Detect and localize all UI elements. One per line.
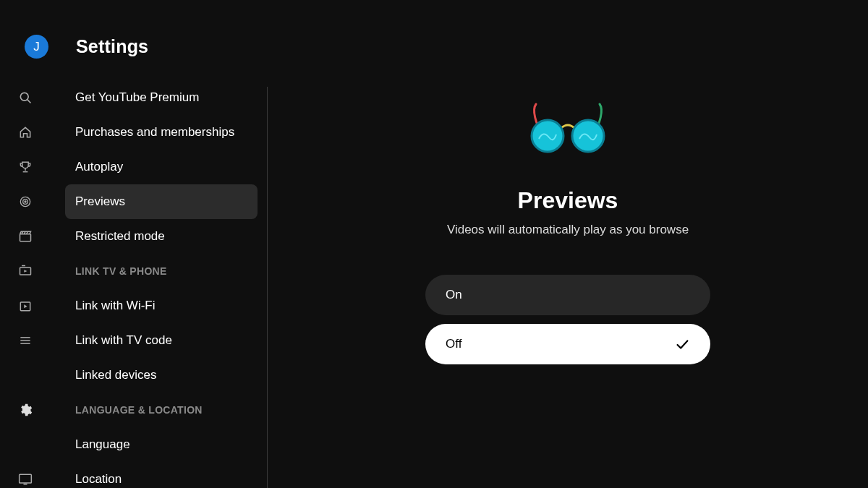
svg-rect-5 (20, 234, 31, 241)
menu-list: Get YouTube Premium Purchases and member… (65, 80, 268, 488)
page-title: Settings (76, 36, 148, 57)
previews-icon[interactable] (18, 184, 33, 219)
trophy-icon[interactable] (18, 150, 33, 184)
home-icon[interactable] (18, 115, 33, 150)
search-icon[interactable] (18, 80, 33, 115)
clapperboard-icon[interactable] (18, 219, 33, 254)
avatar-initial: J (33, 40, 40, 54)
label: Linked devices (75, 368, 156, 382)
label: Restricted mode (75, 229, 165, 244)
sidebar-item-restricted[interactable]: Restricted mode (65, 219, 258, 254)
gear-icon[interactable] (18, 393, 33, 427)
header: J Settings (0, 0, 868, 59)
label: Language (75, 437, 130, 452)
sidebar-item-previews[interactable]: Previews (65, 184, 258, 219)
glasses-illustration (510, 87, 626, 167)
library-icon[interactable] (18, 288, 33, 323)
svg-rect-12 (24, 484, 27, 485)
sidebar-item-autoplay[interactable]: Autoplay (65, 150, 258, 184)
panel-subtitle: Videos will automatically play as you br… (447, 223, 689, 237)
option-label: Off (446, 337, 461, 351)
sidebar-item-language[interactable]: Language (65, 427, 258, 462)
label: Previews (75, 194, 125, 209)
link-tv-icon[interactable] (18, 254, 33, 288)
option-on[interactable]: On (425, 275, 710, 315)
icon-rail (0, 80, 51, 488)
menu-icon[interactable] (18, 323, 33, 358)
content-panel: Previews Videos will automatically play … (268, 73, 868, 488)
label: Autoplay (75, 160, 123, 174)
option-off[interactable]: Off (425, 324, 710, 364)
svg-rect-11 (20, 474, 32, 483)
sidebar-item-link-tvcode[interactable]: Link with TV code (65, 323, 258, 358)
sidebar-item-location[interactable]: Location (65, 462, 258, 488)
panel-title: Previews (518, 187, 618, 214)
check-icon (674, 336, 690, 352)
label: Get YouTube Premium (75, 90, 199, 105)
section-header-lang: LANGUAGE & LOCATION (65, 393, 258, 427)
svg-line-1 (27, 100, 31, 103)
label: Link with TV code (75, 333, 172, 348)
sidebar-item-linked-devices[interactable]: Linked devices (65, 358, 258, 393)
svg-point-4 (25, 201, 26, 202)
label: Location (75, 472, 122, 487)
label: Link with Wi-Fi (75, 299, 156, 313)
sidebar-item-purchases[interactable]: Purchases and memberships (65, 115, 258, 150)
sidebar-item-premium[interactable]: Get YouTube Premium (65, 80, 258, 115)
label: Purchases and memberships (75, 125, 234, 140)
avatar[interactable]: J (25, 35, 48, 59)
sidebar-item-link-wifi[interactable]: Link with Wi-Fi (65, 288, 258, 323)
svg-point-0 (20, 93, 28, 100)
section-header-link: LINK TV & PHONE (65, 254, 258, 288)
sidebar: Get YouTube Premium Purchases and member… (0, 73, 268, 488)
cast-icon[interactable] (18, 462, 33, 488)
option-label: On (446, 288, 462, 302)
